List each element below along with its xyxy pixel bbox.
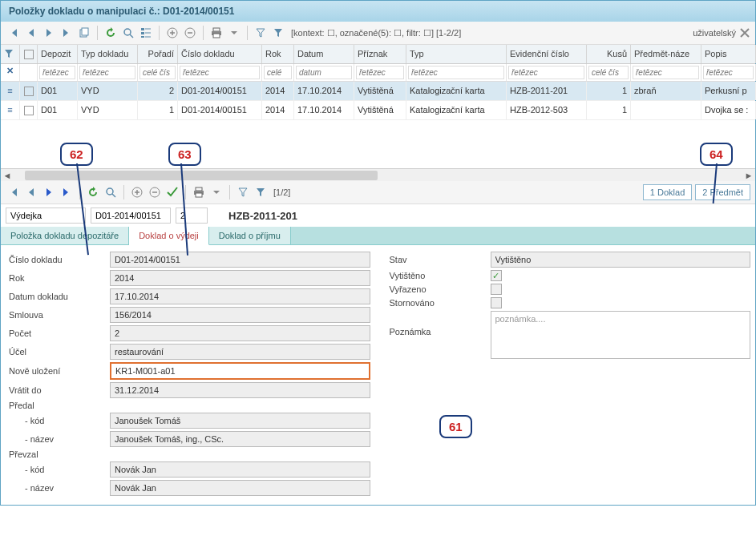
tab-prijem[interactable]: Doklad o příjmu xyxy=(209,227,291,244)
label-storno: Stornováno xyxy=(386,298,491,308)
remove-icon[interactable] xyxy=(182,25,198,41)
tree-icon[interactable] xyxy=(138,25,154,41)
check-storno[interactable] xyxy=(491,297,502,308)
filter-popis[interactable] xyxy=(703,66,754,79)
detail-tabs: Položka dokladu depozitáře Doklad o výde… xyxy=(1,227,755,245)
filter-evid[interactable] xyxy=(508,66,584,79)
window-title: Položky dokladu o manipulaci č.: D01-201… xyxy=(1,1,755,22)
input-vratit[interactable] xyxy=(110,382,370,398)
svg-line-19 xyxy=(112,194,115,197)
print-icon[interactable] xyxy=(208,25,224,41)
nav-doklad[interactable]: 1 Doklad xyxy=(643,184,692,200)
col-predmet[interactable]: Předmět-náze xyxy=(631,45,701,63)
prev-icon[interactable] xyxy=(23,184,39,200)
input-poznamka[interactable] xyxy=(491,311,751,359)
id-row: HZB-2011-201 xyxy=(1,204,755,227)
input-prevzal-kod[interactable] xyxy=(110,461,370,478)
refresh-icon[interactable] xyxy=(103,25,119,41)
copy-icon[interactable] xyxy=(76,25,92,41)
col-depozit[interactable]: Depozit xyxy=(38,45,78,63)
id-poradi[interactable] xyxy=(176,208,208,224)
next-icon[interactable] xyxy=(41,184,57,200)
filter2-icon[interactable] xyxy=(253,184,269,200)
settings-icon[interactable] xyxy=(739,27,750,38)
col-datum[interactable]: Datum xyxy=(294,45,354,63)
filter-depozit[interactable] xyxy=(39,66,75,79)
row-checkbox[interactable] xyxy=(24,106,34,115)
callout-61: 61 xyxy=(439,415,472,438)
last-icon[interactable] xyxy=(59,184,75,200)
filter2-icon[interactable] xyxy=(270,25,286,41)
label-ucel: Účel xyxy=(6,347,110,357)
dropdown-icon[interactable] xyxy=(226,25,242,41)
label-smlouva: Smlouva xyxy=(6,310,110,320)
next-icon[interactable] xyxy=(41,25,57,41)
id-typ[interactable] xyxy=(6,208,86,224)
dropdown-icon[interactable] xyxy=(208,184,224,200)
input-cislo[interactable] xyxy=(110,252,370,268)
filter-rok[interactable] xyxy=(264,66,292,79)
input-nove[interactable] xyxy=(110,362,370,380)
input-datum[interactable] xyxy=(110,288,370,304)
input-pocet[interactable] xyxy=(110,325,370,341)
table-row[interactable]: ≡ D01 VYD 1 D01-2014/00151 2014 17.10.20… xyxy=(1,101,755,120)
select-all-checkbox[interactable] xyxy=(24,50,34,59)
col-priznak[interactable]: Příznak xyxy=(354,45,406,63)
row-checkbox[interactable] xyxy=(24,87,34,96)
col-typ[interactable]: Typ xyxy=(406,45,507,63)
prev-icon[interactable] xyxy=(23,25,39,41)
filter-cislo[interactable] xyxy=(180,66,260,79)
filter-typ[interactable] xyxy=(408,66,504,79)
check-icon[interactable] xyxy=(164,184,180,200)
input-rok[interactable] xyxy=(110,270,370,286)
col-cislo[interactable]: Číslo dokladu xyxy=(178,45,262,63)
col-kusu[interactable]: Kusů xyxy=(587,45,631,63)
filter-poradi[interactable] xyxy=(139,66,176,79)
filter-icon[interactable] xyxy=(235,184,251,200)
label-prevzal: Převzal xyxy=(6,449,110,459)
print-icon[interactable] xyxy=(191,184,207,200)
input-smlouva[interactable] xyxy=(110,307,370,323)
filter-priznak[interactable] xyxy=(356,66,404,79)
last-icon[interactable] xyxy=(59,25,75,41)
label-rok: Rok xyxy=(6,273,110,283)
zoom-icon[interactable] xyxy=(120,25,136,41)
tab-polozka[interactable]: Položka dokladu depozitáře xyxy=(1,227,129,244)
clear-filter-icon[interactable]: ✕ xyxy=(1,64,20,81)
context-text: [kontext: ☐, označené(5): ☐, filtr: ☐] [… xyxy=(291,28,461,38)
horizontal-scrollbar[interactable]: ◄ ► xyxy=(1,168,755,181)
col-popis[interactable]: Popis xyxy=(701,45,756,63)
filter-icon[interactable] xyxy=(253,25,269,41)
col-rok[interactable]: Rok xyxy=(262,45,294,63)
check-vytisteno[interactable]: ✓ xyxy=(491,270,502,281)
row-menu-icon[interactable]: ≡ xyxy=(1,82,20,100)
first-icon[interactable] xyxy=(6,25,22,41)
add-icon[interactable] xyxy=(129,184,145,200)
tab-vydej[interactable]: Doklad o výdeji xyxy=(129,227,209,245)
filter-typdokladu[interactable] xyxy=(79,66,135,79)
col-typdokladu[interactable]: Typ dokladu xyxy=(78,45,138,63)
filter-datum[interactable] xyxy=(296,66,352,79)
svg-rect-6 xyxy=(141,36,144,38)
input-predal-kod[interactable] xyxy=(110,413,370,429)
svg-rect-4 xyxy=(141,28,144,30)
input-stav[interactable] xyxy=(491,252,751,268)
col-evid[interactable]: Evidenční číslo xyxy=(507,45,587,63)
label-stav: Stav xyxy=(386,255,491,264)
nav-predmet[interactable]: 2 Předmět xyxy=(695,184,750,200)
add-icon[interactable] xyxy=(164,25,180,41)
col-poradi[interactable]: Pořadí xyxy=(138,45,178,63)
remove-icon[interactable] xyxy=(147,184,163,200)
check-vyrazeno[interactable] xyxy=(491,284,502,295)
input-predal-nazev[interactable] xyxy=(110,431,370,447)
id-cislo[interactable] xyxy=(91,208,171,224)
zoom-icon[interactable] xyxy=(103,184,119,200)
filter-kusu[interactable] xyxy=(588,66,629,79)
row-menu-icon[interactable]: ≡ xyxy=(1,101,20,119)
filter-predmet[interactable] xyxy=(633,66,699,79)
input-prevzal-nazev[interactable] xyxy=(110,480,370,496)
table-row[interactable]: ≡ D01 VYD 2 D01-2014/00151 2014 17.10.20… xyxy=(1,82,755,101)
input-ucel[interactable] xyxy=(110,344,370,360)
refresh-icon[interactable] xyxy=(85,184,101,200)
first-icon[interactable] xyxy=(6,184,22,200)
